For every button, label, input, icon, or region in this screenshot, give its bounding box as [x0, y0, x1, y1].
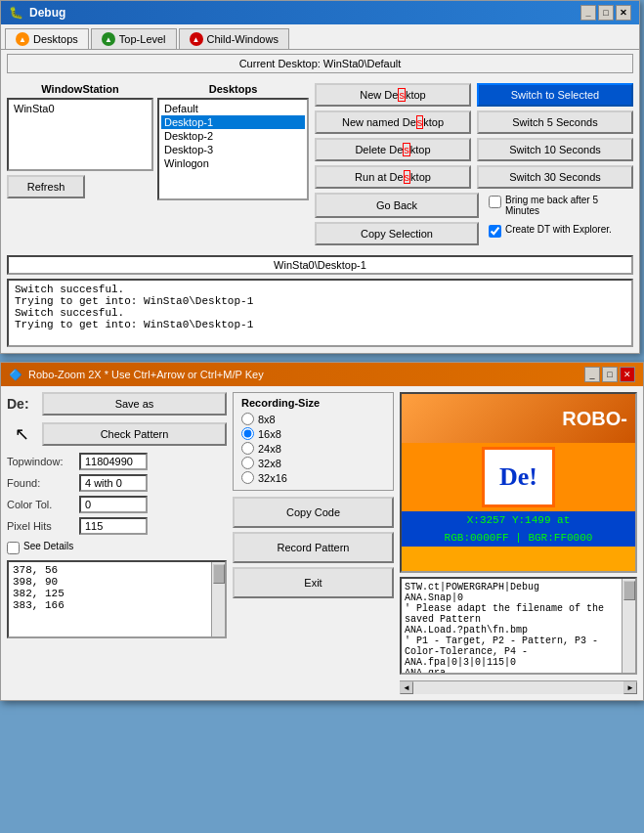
btn-row-1: New Desktop Switch to Selected — [315, 83, 633, 107]
save-as-button[interactable]: Save as — [42, 392, 227, 416]
ws-panel: WindowStation WinSta0 Refresh — [7, 83, 153, 245]
robo-minimize-button[interactable]: _ — [584, 367, 600, 382]
new-named-desktop-button[interactable]: New named Desktop — [315, 110, 471, 134]
coords-display: X:3257 Y:1499 at — [402, 511, 635, 529]
rlog-6: ANA.fpa|0|3|0|115|0 — [405, 657, 617, 668]
log-scrollbar[interactable] — [622, 579, 635, 673]
switch-30-seconds-button[interactable]: Switch 30 Seconds — [477, 165, 633, 189]
radio-32x16-label: 32x16 — [258, 472, 287, 484]
go-back-button[interactable]: Go Back — [315, 193, 479, 218]
radio-24x8-input[interactable] — [241, 442, 254, 455]
pixel-hits-input[interactable] — [79, 517, 148, 535]
radio-32x16: 32x16 — [241, 471, 385, 484]
radio-32x16-input[interactable] — [241, 471, 254, 484]
coords-scrollbar[interactable] — [211, 562, 225, 636]
current-desktop-bar: Current Desktop: WinSta0\Default — [7, 54, 633, 73]
ws-list[interactable]: WinSta0 — [7, 98, 153, 171]
rlog-3: ' Please adapt the filename of the saved… — [405, 603, 617, 625]
debug-content: WindowStation WinSta0 Refresh Desktops D… — [1, 77, 639, 251]
h-scroll-right[interactable]: ► — [623, 681, 637, 694]
robo-log-text: STW.ct|POWERGRAPH|Debug ANA.Snap|0 ' Ple… — [405, 582, 632, 675]
status-path: WinSta0\Desktop-1 — [7, 255, 633, 275]
checkbox-bring-back: Bring me back after 5 Minutes — [489, 193, 633, 218]
tab-top-level-label: Top-Level — [119, 33, 166, 45]
debug-icon: 🐛 — [9, 6, 23, 20]
rlog-2: ANA.Snap|0 — [405, 592, 617, 603]
desktop-item-default[interactable]: Default — [161, 102, 305, 115]
h-scroll-left[interactable]: ◄ — [400, 681, 413, 694]
see-details-checkbox[interactable] — [7, 542, 20, 554]
ws-container: WindowStation WinSta0 Refresh Desktops D… — [7, 83, 309, 245]
bring-back-checkbox[interactable] — [489, 196, 501, 208]
robo-content: De: Save as ↖ Check Pattern Topwindow: 1… — [1, 386, 643, 700]
log-scroll-thumb[interactable] — [623, 581, 635, 600]
action-buttons: Copy Code Record Pattern Exit — [233, 497, 394, 598]
robo-title-bar: 🔷 Robo-Zoom 2X * Use Ctrl+Arrow or Ctrl+… — [1, 363, 643, 386]
radio-16x8: 16x8 — [241, 427, 385, 440]
found-row: Found: 4 with 0 — [7, 474, 227, 492]
btn-row-4: Run at Desktop Switch 30 Seconds — [315, 165, 633, 189]
tab-bar: ▲ Desktops ▲ Top-Level ▲ Child-Windows — [1, 24, 639, 50]
zoomed-char-box: De! — [482, 447, 555, 507]
exit-button[interactable]: Exit — [233, 567, 394, 598]
maximize-button[interactable]: □ — [598, 5, 614, 21]
log-line-3: Switch succesful. — [15, 307, 625, 319]
switch-to-selected-button[interactable]: Switch to Selected — [477, 83, 633, 107]
check-pattern-button[interactable]: Check Pattern — [42, 422, 227, 446]
right-buttons: New Desktop Switch to Selected New named… — [315, 83, 633, 245]
btn-row-5: Go Back Bring me back after 5 Minutes — [315, 193, 633, 218]
tab-desktops[interactable]: ▲ Desktops — [5, 28, 89, 49]
debug-title-text: Debug — [29, 6, 65, 20]
color-tol-label: Color Tol. — [7, 499, 75, 510]
pixel-hits-label: Pixel Hits — [7, 520, 75, 532]
found-label: Found: — [7, 477, 75, 489]
desktops-list[interactable]: Default Desktop-1 Desktop-2 Desktop-3 Wi… — [157, 98, 309, 200]
child-windows-tab-icon: ▲ — [190, 32, 203, 46]
tab-child-windows[interactable]: ▲ Child-Windows — [179, 28, 289, 49]
refresh-button[interactable]: Refresh — [7, 175, 85, 198]
h-scrollbar[interactable]: ◄ ► — [400, 680, 637, 694]
preview-body: De! — [402, 443, 635, 511]
radio-32x8: 32x8 — [241, 457, 385, 469]
ws-item-winstao[interactable]: WinSta0 — [11, 102, 150, 115]
rgb-display: RGB:0000FF | BGR:FF0000 — [402, 529, 635, 547]
desktop-item-desktop1[interactable]: Desktop-1 — [161, 115, 305, 129]
copy-code-button[interactable]: Copy Code — [233, 497, 394, 528]
robo-right-panel: ROBO- De! X:3257 Y:1499 at RGB:0000FF | … — [400, 392, 637, 694]
switch-5-seconds-button[interactable]: Switch 5 Seconds — [477, 110, 633, 134]
desktop-panel: Desktops Default Desktop-1 Desktop-2 Des… — [157, 83, 309, 245]
run-at-desktop-button[interactable]: Run at Desktop — [315, 165, 471, 189]
rlog-5: ' P1 - Target, P2 - Pattern, P3 - Color-… — [405, 636, 617, 657]
copy-selection-button[interactable]: Copy Selection — [315, 222, 479, 245]
preview-area: ROBO- De! X:3257 Y:1499 at RGB:0000FF | … — [400, 392, 637, 573]
minimize-button[interactable]: _ — [580, 5, 596, 21]
color-tol-row: Color Tol. — [7, 496, 227, 513]
current-desktop-text: Current Desktop: WinSta0\Default — [239, 58, 402, 69]
radio-8x8-input[interactable] — [241, 413, 254, 425]
robo-close-button[interactable]: ✕ — [620, 367, 635, 382]
desktop-item-desktop3[interactable]: Desktop-3 — [161, 143, 305, 156]
coord-3: 382, 125 — [13, 588, 221, 599]
coords-list[interactable]: 378, 56 398, 90 382, 125 383, 166 — [7, 560, 227, 638]
close-button[interactable]: ✕ — [616, 5, 631, 21]
color-tol-input[interactable] — [79, 496, 148, 513]
desktop-item-desktop2[interactable]: Desktop-2 — [161, 129, 305, 143]
create-dt-checkbox[interactable] — [489, 225, 501, 238]
robo-left-panel: De: Save as ↖ Check Pattern Topwindow: 1… — [7, 392, 227, 694]
tab-top-level[interactable]: ▲ Top-Level — [91, 28, 177, 49]
robo-zoom-window: 🔷 Robo-Zoom 2X * Use Ctrl+Arrow or Ctrl+… — [0, 362, 644, 701]
desktops-tab-icon: ▲ — [16, 32, 29, 46]
new-desktop-button[interactable]: New Desktop — [315, 83, 471, 107]
robo-maximize-button[interactable]: □ — [602, 367, 618, 382]
radio-16x8-input[interactable] — [241, 427, 254, 440]
desktop-item-winlogon[interactable]: Winlogon — [161, 156, 305, 170]
radio-32x8-input[interactable] — [241, 457, 254, 469]
record-pattern-button[interactable]: Record Pattern — [233, 532, 394, 563]
see-details-row: See Details — [7, 539, 227, 556]
scrollbar-thumb[interactable] — [213, 564, 225, 584]
rlog-4: ANA.Load.?path\fn.bmp — [405, 625, 617, 636]
cursor-icon: ↖ — [7, 419, 36, 449]
switch-10-seconds-button[interactable]: Switch 10 Seconds — [477, 138, 633, 161]
rlog-1: STW.ct|POWERGRAPH|Debug — [405, 582, 617, 592]
delete-desktop-button[interactable]: Delete Desktop — [315, 138, 471, 161]
